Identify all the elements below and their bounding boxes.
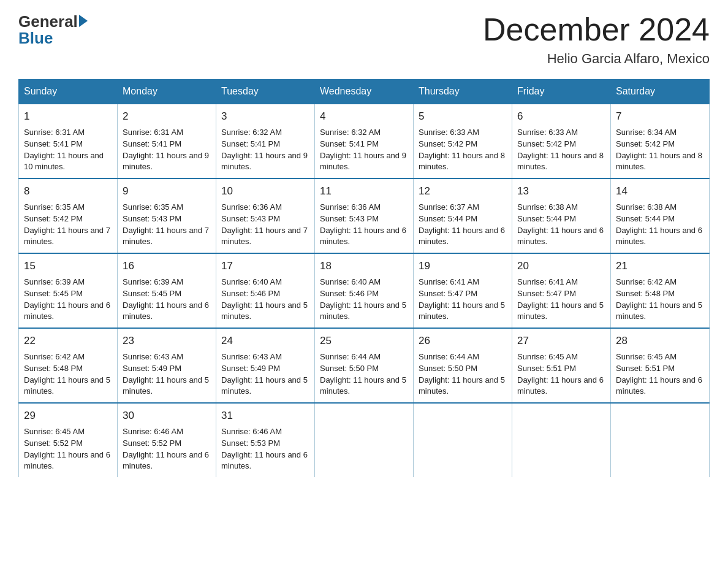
day-number: 1: [24, 109, 112, 124]
day-number: 14: [616, 184, 704, 199]
table-row: 7Sunrise: 6:34 AMSunset: 5:42 PMDaylight…: [611, 104, 710, 178]
logo-blue-text: Blue: [18, 29, 53, 48]
day-number: 31: [221, 408, 309, 424]
day-number: 17: [221, 259, 309, 274]
day-number: 9: [123, 184, 211, 199]
day-number: 13: [517, 184, 605, 199]
logo: General Blue: [18, 12, 88, 48]
day-number: 20: [517, 259, 605, 274]
day-number: 29: [24, 408, 112, 424]
day-number: 10: [221, 184, 309, 199]
day-number: 22: [24, 334, 112, 349]
table-row: [414, 403, 512, 477]
day-number: 6: [517, 109, 605, 124]
table-row: [315, 403, 414, 477]
col-sunday: Sunday: [19, 80, 118, 104]
col-friday: Friday: [512, 80, 611, 104]
table-row: 20Sunrise: 6:41 AMSunset: 5:47 PMDayligh…: [512, 253, 611, 328]
day-number: 28: [616, 334, 704, 349]
day-number: 23: [123, 334, 211, 349]
table-row: 24Sunrise: 6:43 AMSunset: 5:49 PMDayligh…: [216, 328, 315, 403]
table-row: 2Sunrise: 6:31 AMSunset: 5:41 PMDaylight…: [118, 104, 216, 178]
table-row: 14Sunrise: 6:38 AMSunset: 5:44 PMDayligh…: [611, 178, 710, 253]
calendar-week-row: 1Sunrise: 6:31 AMSunset: 5:41 PMDaylight…: [19, 104, 710, 178]
day-number: 15: [24, 259, 112, 274]
title-section: December 2024 Helio Garcia Alfaro, Mexic…: [483, 12, 710, 67]
day-number: 5: [419, 109, 507, 124]
day-number: 24: [221, 334, 309, 349]
table-row: 11Sunrise: 6:36 AMSunset: 5:43 PMDayligh…: [315, 178, 414, 253]
calendar-table: Sunday Monday Tuesday Wednesday Thursday…: [18, 79, 710, 477]
table-row: 8Sunrise: 6:35 AMSunset: 5:42 PMDaylight…: [19, 178, 118, 253]
page-header: General Blue December 2024 Helio Garcia …: [18, 12, 710, 67]
calendar-header-row: Sunday Monday Tuesday Wednesday Thursday…: [19, 80, 710, 104]
calendar-week-row: 22Sunrise: 6:42 AMSunset: 5:48 PMDayligh…: [19, 328, 710, 403]
day-number: 7: [616, 109, 704, 124]
logo-triangle-icon: [79, 15, 88, 27]
day-number: 19: [419, 259, 507, 274]
calendar-week-row: 8Sunrise: 6:35 AMSunset: 5:42 PMDaylight…: [19, 178, 710, 253]
table-row: 15Sunrise: 6:39 AMSunset: 5:45 PMDayligh…: [19, 253, 118, 328]
day-number: 26: [419, 334, 507, 349]
col-thursday: Thursday: [414, 80, 512, 104]
day-number: 16: [123, 259, 211, 274]
table-row: 6Sunrise: 6:33 AMSunset: 5:42 PMDaylight…: [512, 104, 611, 178]
day-number: 21: [616, 259, 704, 274]
table-row: [611, 403, 710, 477]
table-row: 19Sunrise: 6:41 AMSunset: 5:47 PMDayligh…: [414, 253, 512, 328]
table-row: 5Sunrise: 6:33 AMSunset: 5:42 PMDaylight…: [414, 104, 512, 178]
table-row: 4Sunrise: 6:32 AMSunset: 5:41 PMDaylight…: [315, 104, 414, 178]
table-row: 29Sunrise: 6:45 AMSunset: 5:52 PMDayligh…: [19, 403, 118, 477]
calendar-week-row: 15Sunrise: 6:39 AMSunset: 5:45 PMDayligh…: [19, 253, 710, 328]
table-row: [512, 403, 611, 477]
table-row: 3Sunrise: 6:32 AMSunset: 5:41 PMDaylight…: [216, 104, 315, 178]
table-row: 31Sunrise: 6:46 AMSunset: 5:53 PMDayligh…: [216, 403, 315, 477]
calendar-title: December 2024: [483, 12, 710, 47]
calendar-subtitle: Helio Garcia Alfaro, Mexico: [483, 51, 710, 67]
table-row: 1Sunrise: 6:31 AMSunset: 5:41 PMDaylight…: [19, 104, 118, 178]
table-row: 21Sunrise: 6:42 AMSunset: 5:48 PMDayligh…: [611, 253, 710, 328]
calendar-week-row: 29Sunrise: 6:45 AMSunset: 5:52 PMDayligh…: [19, 403, 710, 477]
table-row: 26Sunrise: 6:44 AMSunset: 5:50 PMDayligh…: [414, 328, 512, 403]
table-row: 17Sunrise: 6:40 AMSunset: 5:46 PMDayligh…: [216, 253, 315, 328]
day-number: 18: [320, 259, 408, 274]
table-row: 16Sunrise: 6:39 AMSunset: 5:45 PMDayligh…: [118, 253, 216, 328]
col-saturday: Saturday: [611, 80, 710, 104]
day-number: 3: [221, 109, 309, 124]
day-number: 30: [123, 408, 211, 424]
table-row: 28Sunrise: 6:45 AMSunset: 5:51 PMDayligh…: [611, 328, 710, 403]
table-row: 9Sunrise: 6:35 AMSunset: 5:43 PMDaylight…: [118, 178, 216, 253]
table-row: 23Sunrise: 6:43 AMSunset: 5:49 PMDayligh…: [118, 328, 216, 403]
table-row: 13Sunrise: 6:38 AMSunset: 5:44 PMDayligh…: [512, 178, 611, 253]
table-row: 27Sunrise: 6:45 AMSunset: 5:51 PMDayligh…: [512, 328, 611, 403]
table-row: 10Sunrise: 6:36 AMSunset: 5:43 PMDayligh…: [216, 178, 315, 253]
day-number: 2: [123, 109, 211, 124]
col-wednesday: Wednesday: [315, 80, 414, 104]
day-number: 12: [419, 184, 507, 199]
day-number: 11: [320, 184, 408, 199]
col-monday: Monday: [118, 80, 216, 104]
table-row: 18Sunrise: 6:40 AMSunset: 5:46 PMDayligh…: [315, 253, 414, 328]
table-row: 12Sunrise: 6:37 AMSunset: 5:44 PMDayligh…: [414, 178, 512, 253]
day-number: 4: [320, 109, 408, 124]
table-row: 30Sunrise: 6:46 AMSunset: 5:52 PMDayligh…: [118, 403, 216, 477]
day-number: 27: [517, 334, 605, 349]
day-number: 25: [320, 334, 408, 349]
table-row: 22Sunrise: 6:42 AMSunset: 5:48 PMDayligh…: [19, 328, 118, 403]
day-number: 8: [24, 184, 112, 199]
col-tuesday: Tuesday: [216, 80, 315, 104]
table-row: 25Sunrise: 6:44 AMSunset: 5:50 PMDayligh…: [315, 328, 414, 403]
